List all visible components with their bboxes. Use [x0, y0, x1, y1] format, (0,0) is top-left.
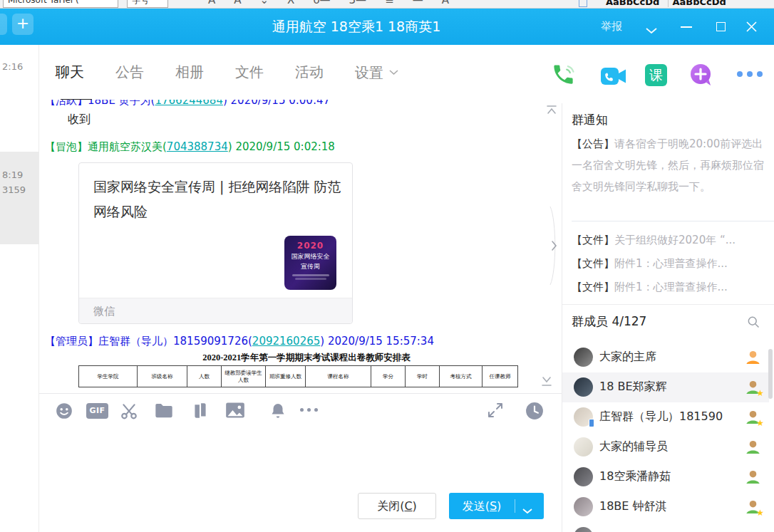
mobile-phone-icon	[589, 419, 594, 427]
exam-schedule-table-image[interactable]: 2020-2021学年第一学期期末考试课程出卷教师安排表 学生学院班级名称人数继…	[78, 352, 535, 387]
owner-badge-icon	[745, 349, 762, 366]
group-notice-text[interactable]: 【公告】请各宿舍于明晚20:00前评选出一名宿舍文明先锋，然后，再麻烦那位宿舍文…	[572, 133, 768, 197]
maximize-button[interactable]	[716, 22, 726, 31]
table-column-header: 考核方式	[440, 366, 483, 387]
member-name: 18 BE郑家辉	[599, 380, 742, 395]
send-file-folder-icon[interactable]	[154, 402, 174, 423]
avatar[interactable]	[574, 497, 593, 516]
message-header: 【管理员】庄智群（导儿）18159091726(2092160265) 2020…	[45, 335, 434, 348]
group-file-item[interactable]: 【文件】关于组织做好2020年 “...	[572, 229, 771, 252]
message-header: 【冒泡】通用航空苏汉美(704388734) 2020/9/15 0:02:18	[45, 140, 335, 154]
table-column-header: 学时	[406, 366, 440, 387]
close-button[interactable]: 关闭(C)	[358, 493, 436, 519]
gif-icon[interactable]: GIF	[86, 403, 108, 419]
member-row-6[interactable]	[562, 522, 774, 532]
tab-3[interactable]: 文件	[235, 63, 264, 82]
avatar[interactable]	[574, 467, 593, 486]
tab-0[interactable]: 聊天	[56, 63, 84, 82]
video-call-icon[interactable]	[599, 66, 628, 89]
member-row-5[interactable]: 18BE 钟舒淇★	[562, 492, 774, 522]
member-name: 庄智群（导儿）181590	[599, 410, 742, 424]
ribbon-glyph: —	[413, 0, 423, 6]
link-card-thumbnail: 2020 国家网络安全 宣传周	[284, 236, 336, 290]
emoji-icon[interactable]	[55, 402, 73, 423]
send-image-icon[interactable]	[225, 402, 245, 422]
shared-link-card[interactable]: 国家网络安全宣传周 | 拒绝网络陷阱 防范网络风险 2020 国家网络安全 宣传…	[78, 162, 353, 324]
tab-1[interactable]: 公告	[115, 63, 144, 82]
voice-call-icon[interactable]	[551, 62, 576, 90]
divider	[572, 221, 774, 221]
report-button[interactable]: 举报	[601, 20, 622, 33]
tab-4[interactable]: 活动	[295, 63, 324, 82]
send-options-chevron[interactable]	[522, 504, 532, 517]
close-icon[interactable]	[746, 21, 757, 35]
style-preview[interactable]: AaBbCcDd	[668, 0, 729, 7]
member-name: 18BE 钟舒淇	[599, 499, 742, 514]
group-file-item[interactable]: 【文件】附件1：心理普查操作...	[572, 252, 771, 276]
font-name-dropdown[interactable]: Microsoft YaHei (	[3, 0, 118, 8]
avatar[interactable]	[574, 437, 593, 457]
avatar[interactable]	[574, 377, 593, 397]
table-column-header: 学分	[371, 366, 406, 387]
sidebar-scrollbar-thumb[interactable]	[768, 349, 773, 399]
group-class-icon[interactable]: 课	[645, 64, 667, 86]
sidebar-collapse-handle[interactable]	[548, 207, 559, 288]
expand-composer-icon[interactable]	[487, 402, 504, 422]
more-tools-icon[interactable]	[300, 402, 318, 412]
table-title: 2020-2021学年第一学期期末考试课程出卷教师安排表	[78, 352, 535, 364]
divider	[562, 304, 774, 305]
screenshot-scissors-icon[interactable]	[120, 402, 138, 423]
qq-group-chat-window: Microsoft YaHei ( 字号 AA⌄Xo—3—≡—A AaBbCcD…	[0, 0, 774, 532]
member-row-2[interactable]: 庄智群（导儿）181590★	[562, 402, 774, 432]
admin-badge-icon: ★	[745, 499, 762, 516]
font-size-dropdown[interactable]: 字号	[127, 0, 168, 8]
composer-toolbar: GIF	[39, 394, 562, 427]
conversation-timestamp: 2:16	[2, 61, 23, 72]
avatar[interactable]	[574, 407, 593, 427]
add-apps-icon[interactable]	[689, 63, 713, 90]
tab-2[interactable]: 相册	[175, 63, 204, 82]
member-row-0[interactable]: 大家的主席	[562, 343, 774, 372]
admin-badge-icon: ★	[745, 379, 762, 396]
style-preview[interactable]: AaBbCcDd	[602, 0, 663, 7]
member-row-1[interactable]: 18 BE郑家辉★	[562, 372, 769, 402]
chevron-down-icon[interactable]	[646, 24, 657, 37]
avatar[interactable]	[574, 527, 593, 532]
ribbon-button-fragments: AA⌄Xo—3—≡—A	[208, 0, 449, 6]
thumb-line2: 宣传周	[284, 262, 336, 271]
send-button[interactable]: 发送(S)	[449, 493, 544, 519]
timestamp: ) 2020/9/15 15:57:34	[320, 335, 434, 348]
more-actions-icon[interactable]	[737, 71, 763, 77]
qq-number-link[interactable]: 1766244684	[155, 100, 222, 107]
group-file-item[interactable]: 【文件】附件1：心理普查操作...	[572, 276, 771, 299]
member-row-3[interactable]: 大家的辅导员	[562, 432, 774, 462]
admin-badge-icon: ★	[745, 409, 762, 426]
table-column-header: 学生学院	[79, 366, 138, 387]
search-icon[interactable]	[746, 315, 760, 332]
message-history-clock-icon[interactable]	[525, 402, 544, 423]
tab-5[interactable]: 设置	[355, 62, 398, 83]
member-list: 大家的主席18 BE郑家辉★庄智群（导儿）181590★大家的辅导员18空乘潘静…	[562, 343, 774, 532]
minimize-button[interactable]	[681, 26, 692, 28]
background-word-ribbon: Microsoft YaHei ( 字号 AA⌄Xo—3—≡—A AaBbCcD…	[0, 0, 774, 9]
member-row-4[interactable]: 18空乘潘静茹	[562, 462, 774, 492]
ribbon-glyph: A	[442, 0, 449, 6]
scroll-to-bottom-icon[interactable]	[540, 376, 553, 390]
notification-bell-icon[interactable]	[269, 402, 287, 423]
word-style-gallery: AaBbCcDd AaBbCcDd	[602, 0, 730, 7]
send-button-label[interactable]: 发送(S)	[449, 493, 515, 519]
collapse-top-icon[interactable]	[545, 104, 558, 118]
avatar[interactable]	[574, 348, 593, 367]
ribbon-glyph: X	[287, 0, 294, 6]
selected-conversation[interactable]	[0, 152, 39, 244]
ribbon-glyph: o—	[313, 0, 330, 6]
chevron-down-icon[interactable]	[389, 62, 398, 79]
window-shake-icon[interactable]	[191, 402, 210, 423]
qq-number-link[interactable]: 2092160265	[252, 335, 320, 348]
qq-number-link[interactable]: 704388734	[167, 140, 228, 153]
chat-message-area[interactable]: 【活跃】18BE 黄宇为(1766244684) 2020/9/15 0:00:…	[39, 100, 562, 393]
member-badge-icon	[745, 469, 762, 486]
ribbon-glyph: A	[208, 0, 215, 6]
table-column-header: 继教部委读学生人数	[222, 366, 266, 387]
tab-bar: 聊天公告相册文件活动设置	[56, 62, 398, 83]
